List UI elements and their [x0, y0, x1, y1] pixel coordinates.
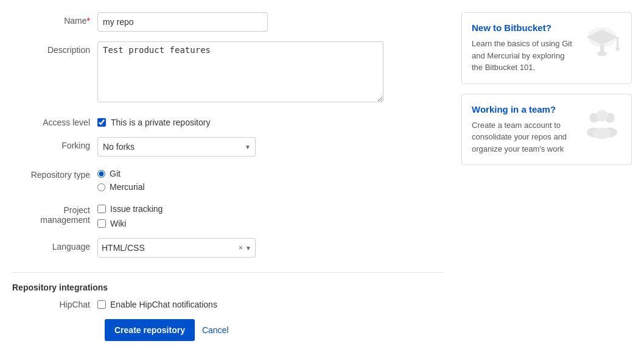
radio-git-label[interactable]: Git: [110, 169, 121, 178]
repo-type-row: Repository type Git Mercurial: [12, 166, 443, 192]
forking-control: No forks Allow forks ▼: [97, 137, 443, 157]
project-management-row: Project management Issue tracking Wiki: [12, 202, 443, 228]
hipchat-control: Enable HipChat notifications: [97, 300, 217, 309]
description-label: Description: [12, 41, 97, 55]
sidebar: New to Bitbucket? Learn the basics of us…: [461, 12, 632, 341]
wiki-item: Wiki: [97, 219, 443, 228]
new-to-bitbucket-text: New to Bitbucket? Learn the basics of us…: [472, 23, 575, 74]
issue-tracking-label[interactable]: Issue tracking: [110, 204, 163, 214]
working-in-team-title: Working in a team?: [472, 104, 575, 114]
language-tag: HTML/CSS: [102, 243, 236, 253]
wiki-checkbox[interactable]: [97, 219, 106, 228]
repo-type-radio-group: Git Mercurial: [97, 166, 443, 192]
private-repo-label[interactable]: This is a private repository: [111, 118, 210, 127]
team-icon: [583, 104, 621, 143]
language-label: Language: [12, 238, 97, 252]
working-in-team-card: Working in a team? Create a team account…: [461, 94, 632, 166]
hipchat-label: HipChat: [12, 300, 97, 309]
project-management-label: Project management: [12, 202, 97, 225]
graduation-cap-icon: [583, 23, 621, 62]
issue-tracking-item: Issue tracking: [97, 204, 443, 214]
forking-select-wrap: No forks Allow forks ▼: [97, 137, 256, 157]
name-label: Name*: [12, 12, 97, 26]
language-dropdown-arrow[interactable]: ▼: [245, 245, 251, 252]
page-layout: Name* Description Test product features …: [12, 12, 632, 341]
svg-point-10: [596, 110, 607, 121]
working-in-team-body: Create a team account to consolidate you…: [472, 119, 575, 155]
access-level-label: Access level: [12, 114, 97, 127]
svg-point-11: [593, 127, 611, 139]
button-row: Create repository Cancel: [12, 319, 443, 341]
description-textarea[interactable]: Test product features: [97, 41, 383, 102]
integrations-title: Repository integrations: [12, 283, 443, 292]
issue-tracking-checkbox[interactable]: [97, 205, 106, 213]
hipchat-checkbox[interactable]: [97, 300, 106, 309]
svg-point-3: [597, 51, 607, 56]
language-select-wrap[interactable]: HTML/CSS × ▼: [97, 238, 256, 258]
radio-mercurial-label[interactable]: Mercurial: [110, 182, 145, 192]
repo-type-label: Repository type: [12, 166, 97, 180]
description-row: Description Test product features: [12, 41, 443, 104]
name-input[interactable]: [97, 12, 268, 32]
new-to-bitbucket-title: New to Bitbucket?: [472, 23, 575, 33]
wiki-label[interactable]: Wiki: [110, 219, 126, 228]
radio-git[interactable]: [97, 170, 105, 178]
create-repository-button[interactable]: Create repository: [105, 319, 195, 341]
create-repo-form: Name* Description Test product features …: [12, 12, 443, 341]
integrations-section: Repository integrations HipChat Enable H…: [12, 272, 443, 341]
cancel-button[interactable]: Cancel: [202, 325, 229, 335]
radio-mercurial-item: Mercurial: [97, 182, 443, 192]
forking-row: Forking No forks Allow forks ▼: [12, 137, 443, 157]
forking-label: Forking: [12, 137, 97, 150]
svg-point-5: [615, 47, 619, 51]
name-control: [97, 12, 443, 32]
project-management-checkbox-group: Issue tracking Wiki: [97, 202, 443, 228]
new-to-bitbucket-body: Learn the basics of using Git and Mercur…: [472, 38, 575, 74]
hipchat-row: HipChat Enable HipChat notifications: [12, 300, 443, 309]
repo-type-control: Git Mercurial: [97, 166, 443, 192]
radio-mercurial[interactable]: [97, 183, 105, 191]
new-to-bitbucket-card: New to Bitbucket? Learn the basics of us…: [461, 12, 632, 84]
language-control: HTML/CSS × ▼: [97, 238, 443, 258]
hipchat-checkbox-label[interactable]: Enable HipChat notifications: [110, 300, 217, 309]
forking-select[interactable]: No forks Allow forks: [97, 137, 256, 157]
private-repo-checkbox[interactable]: [97, 118, 106, 127]
name-row: Name*: [12, 12, 443, 32]
project-management-control: Issue tracking Wiki: [97, 202, 443, 228]
language-row: Language HTML/CSS × ▼: [12, 238, 443, 258]
access-level-row: Access level This is a private repositor…: [12, 114, 443, 127]
working-in-team-text: Working in a team? Create a team account…: [472, 104, 575, 155]
radio-git-item: Git: [97, 169, 443, 178]
language-clear-icon[interactable]: ×: [236, 244, 245, 252]
description-control: Test product features: [97, 41, 443, 104]
access-level-control: This is a private repository: [97, 114, 443, 127]
language-value: HTML/CSS: [102, 243, 145, 253]
